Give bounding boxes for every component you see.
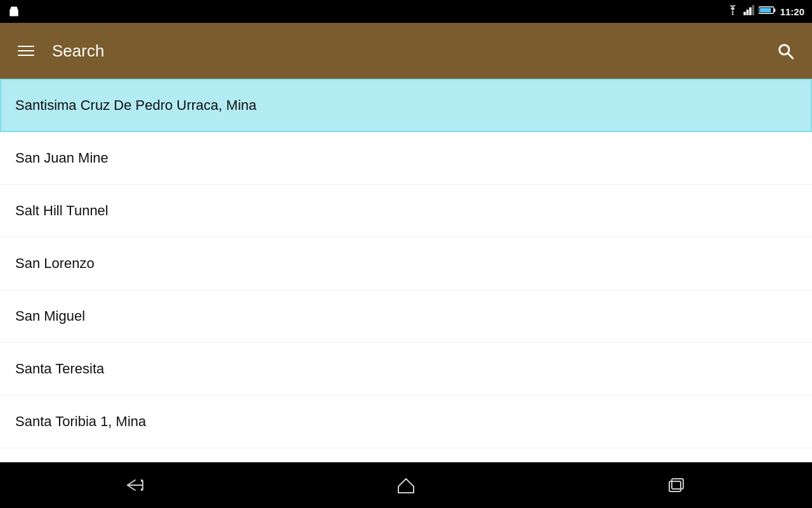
hamburger-line-2 [18, 50, 34, 51]
search-results-list: Santisima Cruz De Pedro Urraca, MinaSan … [0, 79, 812, 462]
list-item[interactable]: Salt Hill Tunnel [0, 185, 812, 237]
list-item[interactable]: Santa Toribia 1, Mina [0, 396, 812, 448]
home-button[interactable] [369, 466, 443, 504]
svg-rect-0 [10, 10, 18, 17]
svg-rect-12 [669, 481, 681, 491]
status-bar: 11:20 [0, 0, 812, 23]
svg-line-10 [788, 53, 793, 58]
list-item[interactable]: San Juan Mine [0, 132, 812, 185]
status-bar-right: 11:20 [726, 5, 804, 18]
nav-bar [0, 462, 812, 508]
battery-icon [759, 5, 776, 18]
list-item[interactable]: San Miguel [0, 290, 812, 343]
hamburger-line-3 [18, 55, 34, 56]
signal-icon [743, 5, 755, 18]
svg-rect-2 [743, 12, 746, 15]
svg-rect-4 [749, 8, 752, 15]
list-item[interactable]: San Jose Occurence [0, 448, 812, 462]
back-button[interactable] [98, 466, 172, 504]
svg-point-1 [731, 13, 733, 15]
list-item[interactable]: Santisima Cruz De Pedro Urraca, Mina [0, 79, 812, 132]
svg-rect-8 [759, 8, 771, 13]
svg-rect-13 [672, 479, 683, 489]
list-item[interactable]: Santa Teresita [0, 343, 812, 396]
hamburger-line-1 [18, 46, 34, 47]
list-item[interactable]: San Lorenzo [0, 237, 812, 290]
bag-icon [8, 5, 20, 18]
recents-button[interactable] [640, 466, 714, 504]
wifi-icon [726, 5, 740, 18]
status-time: 11:20 [780, 6, 804, 17]
svg-rect-5 [752, 5, 754, 15]
app-bar: Search [0, 23, 812, 79]
svg-rect-3 [746, 10, 749, 15]
svg-rect-7 [773, 8, 775, 11]
app-bar-title: Search [52, 41, 771, 61]
status-bar-left [8, 5, 20, 18]
search-button[interactable] [771, 37, 799, 65]
menu-button[interactable] [13, 41, 39, 61]
